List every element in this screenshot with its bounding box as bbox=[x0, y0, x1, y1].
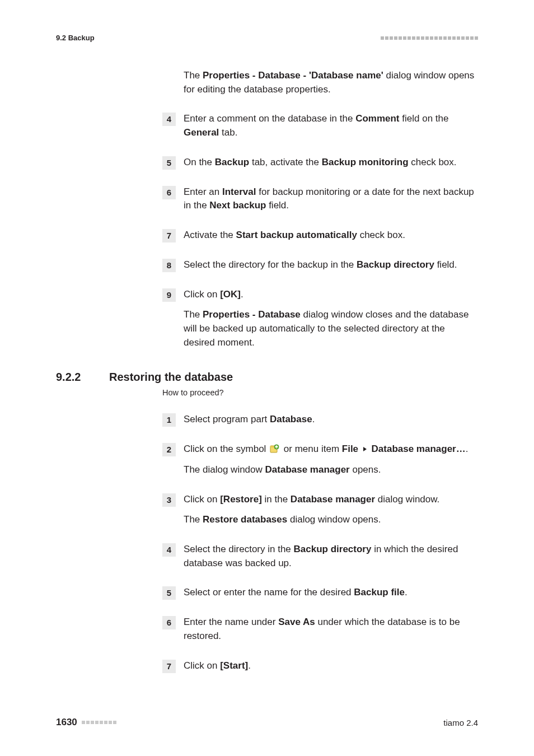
text: On the bbox=[184, 157, 215, 167]
step-b1: 1 Select program part Database. bbox=[162, 413, 478, 427]
step-line: Select program part Database. bbox=[184, 413, 478, 427]
text-bold: Next backup bbox=[209, 200, 266, 211]
text: Click on the symbol bbox=[184, 444, 269, 454]
step: 8Select the directory for the backup in … bbox=[162, 258, 478, 272]
text-bold: Comment bbox=[355, 113, 399, 124]
text: check box. bbox=[357, 230, 405, 240]
step-line: Enter a comment on the database in the C… bbox=[184, 112, 478, 139]
step-number-badge: 9 bbox=[162, 288, 176, 302]
step-body: Enter a comment on the database in the C… bbox=[184, 112, 478, 139]
step-body: Select or enter the name for the desired… bbox=[184, 586, 478, 600]
step-number-badge: 2 bbox=[162, 443, 176, 456]
step-b4: 4 Select the directory in the Backup dir… bbox=[162, 543, 478, 570]
text-bold: Backup directory bbox=[294, 544, 372, 554]
step-line: Activate the Start backup automatically … bbox=[184, 228, 478, 242]
text-bold: Database bbox=[270, 414, 312, 424]
footer-left: 1630 bbox=[56, 717, 116, 728]
svg-marker-3 bbox=[363, 447, 367, 451]
text-bold: Database manager… bbox=[372, 444, 466, 454]
text-bold: [OK] bbox=[220, 289, 241, 300]
text: The bbox=[184, 70, 203, 81]
section-number: 9.2.2 bbox=[56, 371, 109, 384]
text: dialog window opens. bbox=[287, 514, 381, 525]
text: Enter the name under bbox=[184, 617, 278, 627]
text-bold: Start backup automatically bbox=[236, 230, 357, 240]
step-b5: 5 Select or enter the name for the desir… bbox=[162, 586, 478, 600]
text-bold: Database manager bbox=[265, 464, 350, 475]
step-b6: 6 Enter the name under Save As under whi… bbox=[162, 615, 478, 643]
content-area: The Properties - Database - 'Database na… bbox=[162, 69, 478, 349]
steps-list-a: 4Enter a comment on the database in the … bbox=[162, 112, 478, 272]
text: Activate the bbox=[184, 230, 236, 240]
text-bold: Restore databases bbox=[203, 514, 287, 525]
step-b2: 2 Click on the symbol or menu item File … bbox=[162, 442, 478, 477]
step-number-badge: 4 bbox=[162, 113, 176, 126]
step-number-badge: 7 bbox=[162, 660, 176, 673]
text: field. bbox=[434, 259, 457, 270]
text-bold: Backup directory bbox=[357, 259, 434, 270]
header-section-ref: 9.2 Backup bbox=[56, 34, 95, 42]
step-body: Select program part Database. bbox=[184, 413, 478, 427]
text: Enter an bbox=[184, 186, 222, 197]
section-heading: 9.2.2 Restoring the database bbox=[56, 371, 478, 384]
intro-paragraph: The Properties - Database - 'Database na… bbox=[184, 69, 478, 96]
step-line: Select or enter the name for the desired… bbox=[184, 586, 478, 600]
text: Select the directory for the backup in t… bbox=[184, 259, 357, 270]
text: Select or enter the name for the desired bbox=[184, 587, 354, 598]
text: field. bbox=[266, 200, 289, 211]
step-body: Enter the name under Save As under which… bbox=[184, 615, 478, 643]
text: . bbox=[241, 289, 243, 300]
step-line: Click on [Restore] in the Database manag… bbox=[184, 493, 478, 507]
step-line: Click on [Start]. bbox=[184, 659, 478, 673]
text: . bbox=[405, 587, 407, 598]
step: 5On the Backup tab, activate the Backup … bbox=[162, 156, 478, 170]
text: or menu item bbox=[281, 444, 342, 454]
text: Click on bbox=[184, 660, 220, 671]
text: The bbox=[184, 309, 203, 320]
step-line: Click on [OK]. bbox=[184, 288, 478, 302]
text-bold: Properties - Database bbox=[203, 309, 301, 320]
menu-path-arrow-icon bbox=[363, 446, 367, 452]
page-header: 9.2 Backup bbox=[56, 34, 478, 42]
text-bold: Properties - Database - 'Database name' bbox=[203, 70, 383, 81]
step-body: Click on [Restore] in the Database manag… bbox=[184, 493, 478, 527]
text: tab. bbox=[219, 127, 237, 138]
step-body: Click on [OK]. The Properties - Database… bbox=[184, 288, 478, 350]
text: tab, activate the bbox=[249, 157, 321, 167]
step-line: Enter the name under Save As under which… bbox=[184, 615, 478, 643]
text-bold: [Restore] bbox=[220, 494, 262, 505]
step-number-badge: 8 bbox=[162, 259, 176, 272]
step-number-badge: 1 bbox=[162, 413, 176, 427]
text: . bbox=[248, 660, 251, 671]
step-number-badge: 7 bbox=[162, 229, 176, 242]
step: 6Enter an Interval for backup monitoring… bbox=[162, 185, 478, 213]
text: opens. bbox=[350, 464, 381, 475]
step-9: 9 Click on [OK]. The Properties - Databa… bbox=[162, 288, 478, 350]
step-b7: 7 Click on [Start]. bbox=[162, 659, 478, 673]
text: Enter a comment on the database in the bbox=[184, 113, 355, 124]
step-number-badge: 4 bbox=[162, 543, 176, 557]
content-area-b: 1 Select program part Database. 2 Click … bbox=[162, 413, 478, 673]
step-number-badge: 5 bbox=[162, 586, 176, 600]
text: Select program part bbox=[184, 414, 270, 424]
footer-decorative-dashes bbox=[82, 721, 116, 724]
text-bold: Backup bbox=[215, 157, 249, 167]
header-decorative-dashes bbox=[381, 36, 478, 40]
step-body: Click on the symbol or menu item File Da… bbox=[184, 442, 478, 477]
step: 7Activate the Start backup automatically… bbox=[162, 228, 478, 242]
step-result: The Restore databases dialog window open… bbox=[184, 513, 478, 527]
text: The bbox=[184, 514, 203, 525]
step-number-badge: 6 bbox=[162, 186, 176, 199]
text-bold: Backup file bbox=[354, 587, 405, 598]
text-bold: Save As bbox=[278, 617, 315, 627]
database-manager-icon bbox=[270, 444, 280, 453]
page-number: 1630 bbox=[56, 717, 77, 728]
text: dialog window. bbox=[375, 494, 439, 505]
step-number-badge: 5 bbox=[162, 156, 176, 170]
text: in the bbox=[262, 494, 291, 505]
step-number-badge: 3 bbox=[162, 493, 176, 507]
step-body: Select the directory in the Backup direc… bbox=[184, 543, 478, 570]
step-line: Click on the symbol or menu item File Da… bbox=[184, 442, 478, 456]
howto-label: How to proceed? bbox=[162, 388, 478, 397]
step-body: Select the directory for the backup in t… bbox=[184, 258, 478, 272]
